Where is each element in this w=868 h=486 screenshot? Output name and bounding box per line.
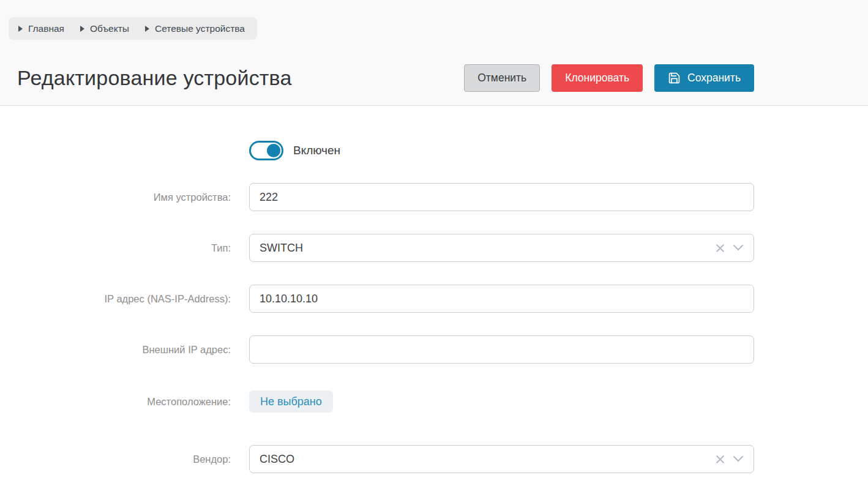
type-select-value: SWITCH (260, 242, 303, 255)
breadcrumb-arrow-icon (80, 26, 84, 32)
page: Главная Объекты Сетевые устройства Редак… (0, 0, 868, 486)
breadcrumb-item-objects[interactable]: Объекты (80, 23, 129, 34)
cancel-button[interactable]: Отменить (464, 64, 540, 92)
vendor-select[interactable]: CISCO (249, 445, 754, 473)
title-row: Редактирование устройства Отменить Клони… (9, 64, 754, 92)
chevron-down-icon[interactable] (733, 244, 744, 252)
breadcrumb-item-label: Сетевые устройства (155, 23, 245, 34)
nas-ip-input[interactable] (249, 285, 754, 313)
save-button[interactable]: Сохранить (654, 64, 754, 92)
location-row: Местоположение: Не выбрано (0, 391, 868, 413)
breadcrumb-item-label: Главная (28, 23, 64, 34)
device-name-input[interactable] (249, 183, 754, 211)
device-name-row: Имя устройства: (0, 183, 868, 211)
external-ip-label: Внешний IP адрес: (0, 344, 231, 356)
toggle-knob-icon (267, 144, 280, 157)
enabled-row: Включен (0, 141, 868, 160)
breadcrumb-item-home[interactable]: Главная (18, 23, 64, 34)
type-select[interactable]: SWITCH (249, 234, 754, 262)
device-name-label: Имя устройства: (0, 192, 231, 203)
type-label: Тип: (0, 242, 231, 254)
location-label: Местоположение: (0, 396, 231, 408)
clear-icon[interactable] (715, 243, 725, 253)
external-ip-row: Внешний IP адрес: (0, 335, 868, 364)
vendor-select-value: CISCO (260, 453, 294, 466)
breadcrumb-arrow-icon (18, 26, 23, 32)
save-icon (668, 72, 681, 84)
device-edit-form: Включен Имя устройства: Тип: SWITCH (0, 106, 868, 473)
vendor-row: Вендор: CISCO (0, 445, 868, 473)
clone-button[interactable]: Клонировать (552, 64, 643, 92)
page-title: Редактирование устройства (17, 66, 292, 90)
page-header: Главная Объекты Сетевые устройства Редак… (0, 0, 868, 106)
breadcrumb-item-label: Объекты (90, 23, 129, 34)
action-buttons: Отменить Клонировать Сохранить (464, 64, 754, 92)
chevron-down-icon[interactable] (733, 455, 744, 463)
vendor-label: Вендор: (0, 454, 231, 465)
nas-ip-row: IP адрес (NAS-IP-Address): (0, 285, 868, 313)
breadcrumb: Главная Объекты Сетевые устройства (9, 17, 257, 40)
type-select-icons (715, 243, 744, 253)
enabled-toggle-label: Включен (293, 144, 340, 157)
nas-ip-label: IP адрес (NAS-IP-Address): (0, 293, 231, 305)
breadcrumb-item-network-devices[interactable]: Сетевые устройства (145, 23, 245, 34)
vendor-select-icons (715, 454, 744, 465)
save-button-label: Сохранить (687, 72, 741, 84)
clear-icon[interactable] (715, 454, 725, 465)
type-row: Тип: SWITCH (0, 234, 868, 262)
location-select-button[interactable]: Не выбрано (249, 391, 333, 413)
external-ip-input[interactable] (249, 335, 754, 364)
breadcrumb-arrow-icon (145, 26, 149, 32)
enabled-toggle[interactable] (249, 141, 283, 160)
